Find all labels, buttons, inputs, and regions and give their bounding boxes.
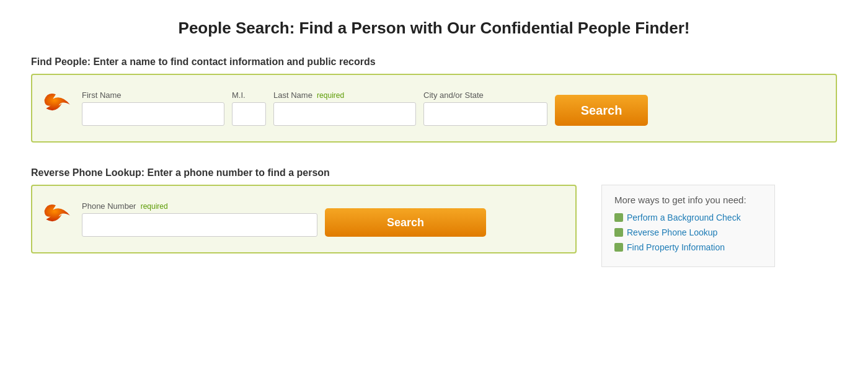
phone-required: required [141, 202, 168, 211]
people-search-section: Find People: Enter a name to find contac… [31, 56, 837, 143]
first-name-label: First Name [82, 90, 224, 100]
last-name-required: required [317, 91, 344, 100]
people-search-box: First Name M.I. Last Name required City … [31, 74, 837, 143]
background-check-link[interactable]: Perform a Background Check [627, 213, 741, 222]
mi-label: M.I. [232, 90, 266, 100]
bullet-icon-3 [614, 243, 623, 252]
bullet-icon-1 [614, 213, 623, 222]
list-item: Find Property Information [614, 242, 762, 252]
phone-search-box: Phone Number required Search [31, 185, 577, 253]
last-name-label: Last Name required [273, 90, 416, 100]
city-group: City and/or State [423, 90, 547, 126]
list-item: Reverse Phone Lookup [614, 227, 762, 237]
arrow-icon-2 [42, 200, 76, 239]
bullet-icon-2 [614, 228, 623, 237]
last-name-group: Last Name required [273, 90, 416, 126]
bottom-row: Phone Number required Search More ways t… [31, 185, 837, 278]
phone-label: Phone Number required [82, 201, 317, 211]
people-search-fields: First Name M.I. Last Name required City … [82, 90, 823, 126]
phone-section: Phone Number required Search [31, 185, 577, 278]
list-item: Perform a Background Check [614, 213, 762, 222]
mi-input[interactable] [232, 102, 266, 126]
people-search-button[interactable]: Search [555, 95, 648, 126]
bottom-section: Reverse Phone Lookup: Enter a phone numb… [31, 167, 837, 278]
phone-input[interactable] [82, 213, 317, 237]
phone-search-label: Reverse Phone Lookup: Enter a phone numb… [31, 167, 837, 178]
people-search-label: Find People: Enter a name to find contac… [31, 56, 837, 68]
city-label: City and/or State [423, 90, 547, 100]
reverse-phone-link[interactable]: Reverse Phone Lookup [627, 227, 717, 237]
page-title: People Search: Find a Person with Our Co… [31, 19, 837, 38]
more-ways-panel: More ways to get info you need: Perform … [601, 185, 775, 267]
phone-search-fields: Phone Number required Search [82, 201, 563, 237]
first-name-group: First Name [82, 90, 224, 126]
last-name-input[interactable] [273, 102, 416, 126]
phone-search-button[interactable]: Search [325, 208, 486, 237]
arrow-icon [42, 89, 76, 128]
phone-group: Phone Number required [82, 201, 317, 237]
more-ways-heading: More ways to get info you need: [614, 195, 762, 205]
property-info-link[interactable]: Find Property Information [627, 242, 725, 252]
city-input[interactable] [423, 102, 547, 126]
mi-group: M.I. [232, 90, 266, 126]
first-name-input[interactable] [82, 102, 224, 126]
more-ways-list: Perform a Background Check Reverse Phone… [614, 213, 762, 252]
